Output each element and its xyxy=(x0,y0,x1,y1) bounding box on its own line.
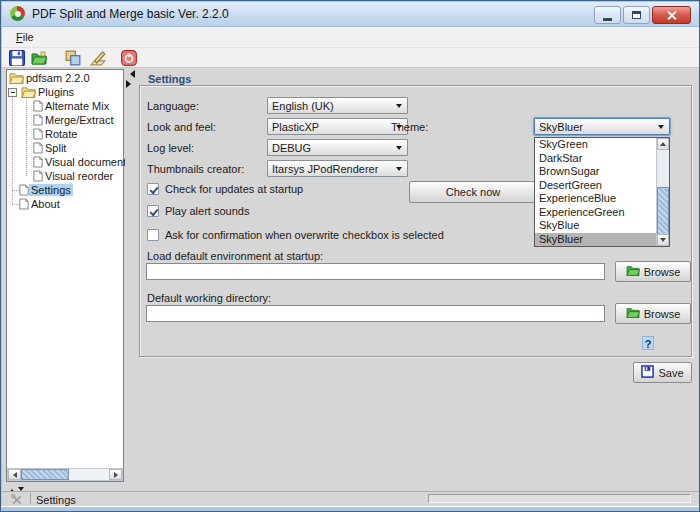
save-environment-icon[interactable] xyxy=(9,50,25,66)
scroll-down-button[interactable] xyxy=(657,234,669,246)
minimize-button[interactable] xyxy=(594,6,621,24)
thumbnails-creator-select[interactable]: Itarsys JPodRenderer xyxy=(267,160,408,177)
browse-label: Browse xyxy=(644,308,681,320)
theme-option[interactable]: DesertGreen xyxy=(535,179,657,193)
tree-connector xyxy=(12,204,19,205)
document-icon xyxy=(19,184,29,196)
log-level-label: Log level: xyxy=(147,142,194,155)
collapse-left-icon[interactable] xyxy=(126,70,135,78)
document-icon xyxy=(33,156,43,168)
window-frame-bottom xyxy=(1,506,700,512)
tree-connector xyxy=(12,93,13,204)
arrow-right-icon xyxy=(114,472,121,478)
browse-label: Browse xyxy=(644,266,681,278)
theme-option[interactable]: ExperienceGreen xyxy=(535,206,657,220)
exit-icon[interactable] xyxy=(121,50,137,66)
document-icon xyxy=(33,142,43,154)
play-sounds-label: Play alert sounds xyxy=(165,205,249,217)
scroll-up-button[interactable] xyxy=(657,138,669,150)
maximize-button[interactable] xyxy=(623,6,650,24)
load-env-input[interactable] xyxy=(146,263,605,280)
window-title: PDF Split and Merge basic Ver. 2.2.0 xyxy=(32,7,229,21)
organize-windows-icon[interactable] xyxy=(65,50,81,66)
tree-item-settings[interactable]: Settings xyxy=(19,183,73,197)
save-label: Save xyxy=(658,367,683,379)
load-env-browse-button[interactable]: Browse xyxy=(615,261,691,282)
theme-label: Theme: xyxy=(391,121,428,134)
tree-item-visual-document[interactable]: Visual document xyxy=(33,155,128,169)
theme-option[interactable]: DarkStar xyxy=(535,152,657,166)
toolbar xyxy=(2,48,699,68)
tree-item-plugins[interactable]: Plugins xyxy=(21,85,76,99)
settings-group-title: Settings xyxy=(144,73,195,85)
scroll-right-button[interactable] xyxy=(109,469,122,480)
chevron-down-icon xyxy=(396,167,402,174)
play-sounds-checkbox[interactable] xyxy=(147,205,159,217)
document-icon xyxy=(33,170,43,182)
theme-option-selected[interactable]: SkyBluer xyxy=(535,233,657,247)
tree-item-alternate-mix[interactable]: Alternate Mix xyxy=(33,99,111,113)
collapse-expander-icon[interactable] xyxy=(8,88,17,97)
load-environment-icon[interactable] xyxy=(31,50,47,66)
tree-connector xyxy=(26,93,27,176)
overwrite-confirm-checkbox[interactable] xyxy=(147,229,159,241)
chevron-down-icon xyxy=(396,104,402,111)
minimize-icon xyxy=(603,18,612,21)
tree-item-label: Plugins xyxy=(36,86,76,98)
save-button[interactable]: Save xyxy=(633,362,692,383)
tree-item-label-selected: Settings xyxy=(29,184,73,196)
check-now-button[interactable]: Check now xyxy=(409,181,537,203)
tree-item-root[interactable]: pdfsam 2.2.0 xyxy=(9,71,92,85)
close-button[interactable] xyxy=(652,6,691,24)
folder-open-icon xyxy=(21,86,36,98)
document-icon xyxy=(33,114,43,126)
theme-option[interactable]: ExperienceBlue xyxy=(535,192,657,206)
dropdown-scrollbar[interactable] xyxy=(656,138,669,246)
theme-select[interactable]: SkyBluer xyxy=(534,118,670,135)
theme-option[interactable]: BrownSugar xyxy=(535,165,657,179)
scrollbar-thumb[interactable] xyxy=(21,469,69,480)
scrollbar-thumb[interactable] xyxy=(657,187,669,235)
log-level-select[interactable]: DEBUG xyxy=(267,139,408,156)
folder-open-icon xyxy=(9,72,24,84)
check-updates-row: Check for updates at startup xyxy=(147,183,303,195)
tree-item-rotate[interactable]: Rotate xyxy=(33,127,79,141)
chevron-down-icon xyxy=(396,146,402,153)
pdfsam-logo-icon xyxy=(10,6,25,21)
tree-item-visual-reorder[interactable]: Visual reorder xyxy=(33,169,115,183)
tree-item-merge-extract[interactable]: Merge/Extract xyxy=(33,113,115,127)
working-dir-browse-button[interactable]: Browse xyxy=(615,303,691,324)
overwrite-confirm-label: Ask for confirmation when overwrite chec… xyxy=(165,229,444,241)
tree-item-label: pdfsam 2.2.0 xyxy=(24,72,92,84)
app-window: PDF Split and Merge basic Ver. 2.2.0 Fil… xyxy=(0,0,700,512)
load-env-label: Load default environment at startup: xyxy=(147,250,323,263)
look-and-feel-select[interactable]: PlasticXP xyxy=(267,118,408,135)
save-floppy-icon xyxy=(641,365,654,380)
tree-item-label: Visual reorder xyxy=(43,170,115,182)
theme-option[interactable]: SkyBlue xyxy=(535,219,657,233)
look-and-feel-value: PlasticXP xyxy=(272,121,319,133)
overwrite-confirm-row: Ask for confirmation when overwrite chec… xyxy=(147,229,444,241)
clear-log-icon[interactable] xyxy=(90,50,106,66)
statusbar-text: Settings xyxy=(36,494,76,506)
menu-file[interactable]: File xyxy=(11,30,39,44)
maximize-icon xyxy=(632,11,641,19)
tree-item-label: Split xyxy=(43,142,68,154)
menu-bar: File xyxy=(2,27,699,48)
language-select[interactable]: English (UK) xyxy=(267,97,408,114)
working-dir-input[interactable] xyxy=(146,305,605,322)
tree-item-about[interactable]: About xyxy=(19,197,62,211)
language-value: English (UK) xyxy=(272,100,334,112)
theme-option[interactable]: SkyGreen xyxy=(535,138,657,152)
tree-item-label: Merge/Extract xyxy=(43,114,115,126)
scroll-left-button[interactable] xyxy=(8,469,21,480)
check-updates-checkbox[interactable] xyxy=(147,183,159,195)
collapse-right-icon[interactable] xyxy=(126,80,135,88)
play-sounds-row: Play alert sounds xyxy=(147,205,249,217)
theme-value: SkyBluer xyxy=(539,121,583,133)
tree-horizontal-scrollbar[interactable] xyxy=(7,468,123,481)
help-button[interactable]: ? xyxy=(642,336,654,350)
log-level-value: DEBUG xyxy=(272,142,311,154)
split-divider[interactable] xyxy=(125,69,133,482)
tree-item-split[interactable]: Split xyxy=(33,141,68,155)
